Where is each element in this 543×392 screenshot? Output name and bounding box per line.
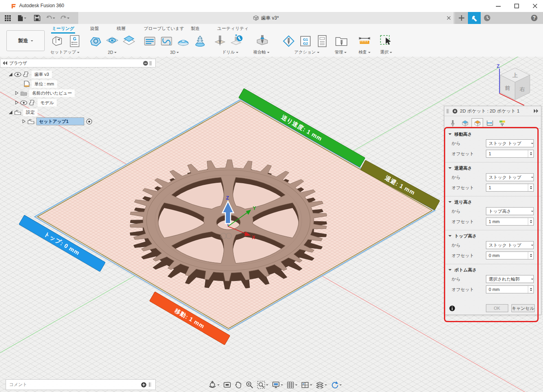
- maximize-button[interactable]: [509, 0, 525, 12]
- panel-minimize-icon[interactable]: [143, 61, 148, 66]
- feed-from-select[interactable]: トップ高さ: [486, 207, 534, 215]
- stepper-buttons[interactable]: [528, 184, 533, 191]
- visibility-eye-icon[interactable]: [14, 72, 21, 77]
- grid-settings-button[interactable]: [287, 381, 297, 389]
- drill-wrench-icon[interactable]: [230, 34, 244, 48]
- group-label-2d[interactable]: 2D: [108, 49, 117, 55]
- viewcube-top-face[interactable]: 上: [513, 72, 518, 78]
- panel-grip[interactable]: [150, 61, 153, 65]
- group-label-inspect[interactable]: 検査: [359, 49, 371, 55]
- browser-item-label[interactable]: 歯車 v3: [32, 71, 52, 78]
- section-header[interactable]: ボトム高さ: [444, 266, 541, 274]
- help-button[interactable]: ?: [528, 12, 541, 24]
- ribbon-tab-milling[interactable]: ミーリング: [52, 26, 74, 32]
- browser-item-label[interactable]: 名前の付いたビュー: [29, 89, 75, 97]
- browser-header[interactable]: ブラウザ: [0, 59, 156, 67]
- save-icon[interactable]: [33, 14, 42, 22]
- feed-offset-input[interactable]: 1 mm: [486, 218, 534, 226]
- tab-tool[interactable]: [447, 118, 458, 128]
- stepper-buttons[interactable]: [528, 150, 533, 157]
- look-at-button[interactable]: [223, 381, 231, 388]
- ribbon-tab-probing[interactable]: プローブしています: [144, 26, 184, 32]
- panel-grip[interactable]: [149, 382, 152, 387]
- 2d-adaptive-icon[interactable]: [89, 34, 103, 48]
- tab-heights[interactable]: [472, 118, 483, 128]
- top-from-select[interactable]: ストック トップ: [486, 241, 534, 249]
- measure-icon[interactable]: [358, 34, 371, 48]
- collapsed-arrow-icon[interactable]: [15, 91, 18, 95]
- browser-item-label[interactable]: セットアップ1: [36, 117, 84, 125]
- view-cube[interactable]: 上 前 右 Z X: [497, 63, 530, 111]
- top-offset-input[interactable]: 0 mm: [486, 251, 534, 259]
- visibility-eye-icon[interactable]: [20, 101, 27, 105]
- viewports-button[interactable]: [301, 382, 312, 388]
- section-header[interactable]: 移動高さ: [444, 130, 541, 138]
- 2d-face-icon[interactable]: [122, 34, 136, 48]
- workspace-selector[interactable]: 製造: [6, 30, 45, 51]
- zoom-button[interactable]: [246, 381, 254, 389]
- section-header[interactable]: 退避高さ: [444, 164, 541, 172]
- viewcube-front-face[interactable]: 前: [505, 85, 510, 91]
- drill-icon[interactable]: [213, 34, 227, 48]
- bottom-from-select[interactable]: 選択された輪郭: [486, 275, 534, 283]
- ribbon-tab-fabrication[interactable]: 製造: [191, 26, 200, 32]
- file-menu-caret-icon[interactable]: [23, 14, 27, 22]
- redo-caret-icon[interactable]: [66, 14, 70, 22]
- 3d-adaptive-icon[interactable]: [143, 34, 157, 48]
- browser-item-label[interactable]: モデル: [38, 99, 57, 107]
- document-tab[interactable]: 歯車 v3*: [78, 12, 454, 24]
- group-label-multi-axis[interactable]: 複合軸: [253, 49, 270, 55]
- group-label-action[interactable]: アクション: [294, 49, 319, 55]
- browser-item-label[interactable]: 単位 : mm: [32, 80, 57, 88]
- dialog-grip[interactable]: [447, 109, 450, 113]
- minimize-button[interactable]: [490, 0, 506, 12]
- display-settings-button[interactable]: [272, 381, 283, 389]
- stepper-buttons[interactable]: [528, 252, 533, 259]
- multi-axis-icon[interactable]: [256, 34, 269, 48]
- browser-item-root[interactable]: 歯車 v3: [9, 70, 52, 78]
- section-header[interactable]: トップ高さ: [444, 232, 541, 240]
- document-tab-close-icon[interactable]: [442, 12, 455, 24]
- collapsed-arrow-icon[interactable]: [15, 101, 18, 105]
- ribbon-tab-additive[interactable]: 積層: [117, 26, 125, 32]
- browser-item-units[interactable]: 単位 : mm: [24, 80, 57, 88]
- refresh-button[interactable]: [331, 381, 342, 389]
- select-icon[interactable]: [379, 34, 393, 48]
- dialog-header[interactable]: 2D ポケット : 2D ポケット 1: [444, 106, 541, 116]
- browser-item-label[interactable]: 設定: [23, 109, 38, 116]
- job-status-button[interactable]: [468, 12, 481, 24]
- expanded-arrow-icon[interactable]: [9, 111, 12, 114]
- viewcube-right-face[interactable]: 右: [519, 86, 525, 92]
- clearance-from-select[interactable]: ストック トップ: [486, 139, 534, 147]
- stepper-buttons[interactable]: [528, 218, 533, 225]
- ribbon-tab-turning[interactable]: 旋盤: [90, 26, 99, 32]
- new-tab-button[interactable]: [455, 12, 468, 24]
- add-comment-icon[interactable]: [141, 382, 147, 388]
- 3d-steep-shallow-icon[interactable]: [176, 34, 190, 48]
- browser-item-settings[interactable]: 設定: [9, 108, 38, 116]
- orbit-button[interactable]: [208, 381, 220, 389]
- app-grid-icon[interactable]: [3, 14, 12, 22]
- tab-linking[interactable]: [496, 118, 508, 128]
- notifications-button[interactable]: [481, 12, 493, 24]
- fit-button[interactable]: [257, 381, 268, 389]
- 3d-pocket-icon[interactable]: [160, 34, 173, 48]
- tab-geometry[interactable]: [459, 118, 471, 128]
- group-label-drill[interactable]: ドリル: [222, 49, 238, 55]
- group-label-select[interactable]: 選択: [380, 49, 392, 55]
- stepper-buttons[interactable]: [528, 286, 533, 293]
- post-process-icon[interactable]: [282, 34, 295, 48]
- 3d-spiral-icon[interactable]: [193, 34, 207, 48]
- collapse-panel-icon[interactable]: [3, 61, 8, 65]
- cancel-button[interactable]: キャンセル: [511, 304, 535, 312]
- 2d-pocket-icon[interactable]: [105, 34, 119, 48]
- retract-from-select[interactable]: ストック トップ: [486, 173, 534, 181]
- expand-dialog-icon[interactable]: [533, 109, 539, 113]
- active-setup-radio-icon[interactable]: [86, 119, 92, 125]
- pan-button[interactable]: [235, 381, 242, 389]
- undo-caret-icon[interactable]: [52, 14, 56, 22]
- bottom-offset-input[interactable]: 0 mm: [486, 285, 534, 293]
- info-icon[interactable]: [449, 305, 455, 311]
- group-label-setup[interactable]: セットアップ: [50, 49, 79, 55]
- browser-item-named-views[interactable]: 名前の付いたビュー: [15, 89, 75, 97]
